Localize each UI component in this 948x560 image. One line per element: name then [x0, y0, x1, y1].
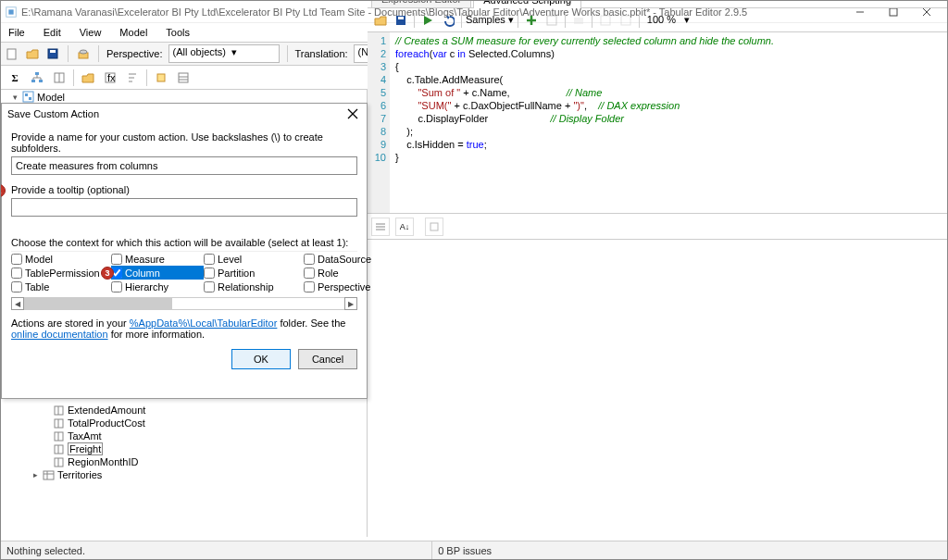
svg-point-10	[80, 50, 87, 54]
online-docs-link[interactable]: online documentation	[11, 329, 108, 340]
status-bar: Nothing selected. 0 BP issues	[1, 541, 947, 559]
tree-model-label[interactable]: Model	[37, 92, 65, 103]
svg-rect-50	[398, 17, 404, 19]
svg-rect-27	[157, 74, 165, 81]
ctx-perspective-checkbox[interactable]	[304, 281, 315, 292]
ok-button[interactable]: OK	[231, 349, 291, 369]
svg-rect-8	[50, 50, 56, 53]
new-icon[interactable]	[5, 46, 19, 61]
svg-rect-56	[621, 16, 630, 25]
svg-rect-28	[179, 73, 188, 82]
save-custom-action-dialog: Save Custom Action Provide a name for yo…	[1, 103, 368, 399]
tree-item[interactable]: RegionMonthID	[68, 456, 138, 467]
svg-rect-54	[574, 18, 583, 24]
tooltip-prompt-label: Provide a tooltip (optional)	[11, 184, 357, 195]
svg-rect-44	[44, 471, 54, 479]
svg-rect-1	[8, 9, 13, 14]
dialog-footer-text: Actions are stored in your %AppData%\Loc…	[11, 310, 357, 340]
ctx-measure-checkbox[interactable]	[111, 254, 122, 265]
menu-view[interactable]: View	[80, 27, 102, 38]
save-icon[interactable]	[45, 46, 60, 61]
editor-tabs: Expression Editor Advanced Scripting 1	[368, 0, 947, 8]
ctx-table-checkbox[interactable]	[11, 281, 22, 292]
tab-advanced-scripting[interactable]: Advanced Scripting	[473, 0, 581, 8]
script-toolbar: Samples ▾ 100 % ▾	[368, 8, 947, 32]
svg-rect-53	[547, 16, 556, 25]
svg-rect-18	[31, 80, 35, 82]
menu-edit[interactable]: Edit	[44, 27, 61, 38]
ctx-datasource-checkbox[interactable]	[304, 254, 315, 265]
perspective-label: Perspective:	[106, 48, 163, 59]
action-name-input[interactable]	[11, 156, 357, 175]
undo-run-icon[interactable]	[439, 11, 457, 30]
code-editor[interactable]: 12345678910 // Creates a SUM measure for…	[368, 32, 947, 214]
icon-c[interactable]	[617, 11, 635, 30]
context-prompt-label: Choose the context for which this action…	[11, 237, 357, 248]
sigma-icon[interactable]: Σ	[5, 68, 25, 88]
svg-rect-33	[29, 97, 31, 100]
dialog-title: Save Custom Action	[7, 108, 344, 119]
run-icon[interactable]	[418, 11, 437, 30]
hierarchy-icon[interactable]	[27, 68, 47, 88]
prop-categorized-icon[interactable]	[371, 218, 390, 236]
ctx-partition-checkbox[interactable]	[204, 268, 215, 279]
table-icon[interactable]	[173, 68, 193, 88]
dialog-close-button[interactable]	[344, 106, 361, 122]
zoom-select[interactable]: 100 % ▾	[647, 14, 690, 26]
sort-icon[interactable]	[122, 68, 143, 88]
svg-rect-31	[23, 92, 33, 102]
prop-pages-icon[interactable]	[425, 218, 443, 236]
samples-dropdown[interactable]: Samples ▾	[466, 14, 514, 26]
tree-item[interactable]: TotalProductCost	[68, 417, 145, 429]
app-icon	[5, 6, 18, 19]
tree-item[interactable]: ExtendedAmount	[68, 404, 145, 416]
save-script-icon[interactable]	[392, 11, 410, 30]
perspective-select[interactable]: (All objects) ▾	[168, 44, 280, 63]
cancel-button[interactable]: Cancel	[298, 349, 357, 369]
folder-icon[interactable]	[78, 68, 98, 88]
tooltip-input[interactable]	[11, 198, 357, 217]
column-icon[interactable]	[49, 68, 69, 88]
tree-item-focused[interactable]: Freight	[68, 442, 103, 455]
menu-file[interactable]: File	[8, 27, 25, 38]
ctx-tablepermission-checkbox[interactable]	[11, 268, 22, 279]
translation-label: Translation:	[295, 48, 348, 59]
context-scrollbar[interactable]: ◀▶	[11, 297, 357, 310]
open-script-icon[interactable]	[371, 11, 390, 30]
callout-badge-3: 3	[101, 267, 114, 280]
status-bp-issues: 0 BP issues	[432, 541, 947, 559]
measure-icon[interactable]: fx	[100, 68, 120, 88]
status-selection: Nothing selected.	[1, 541, 432, 559]
edit-action-icon[interactable]	[543, 11, 561, 30]
ctx-hierarchy-checkbox[interactable]	[111, 281, 122, 292]
line-gutter: 12345678910	[368, 32, 390, 213]
icon-b[interactable]	[596, 11, 615, 30]
menu-tools[interactable]: Tools	[166, 27, 190, 38]
svg-rect-17	[35, 72, 39, 75]
ctx-level-checkbox[interactable]	[204, 254, 215, 265]
connect-icon[interactable]	[76, 46, 91, 61]
ctx-role-checkbox[interactable]	[304, 268, 315, 279]
menu-model[interactable]: Model	[119, 27, 147, 38]
tree-item[interactable]: TaxAmt	[68, 430, 102, 442]
highlight-icon[interactable]	[151, 68, 171, 88]
svg-rect-32	[25, 93, 28, 96]
svg-text:fx: fx	[107, 72, 116, 83]
svg-rect-55	[601, 16, 610, 25]
ctx-relationship-checkbox[interactable]	[204, 281, 215, 292]
tree-pane: ▾ Model ExtendedAmount TotalProductCost …	[1, 90, 368, 537]
open-icon[interactable]	[25, 46, 40, 61]
svg-rect-60	[430, 223, 438, 230]
ctx-model-checkbox[interactable]	[11, 254, 22, 265]
name-prompt-label: Provide a name for your custom action. U…	[11, 131, 357, 154]
appdata-link[interactable]: %AppData%\Local\TabularEditor	[130, 317, 278, 329]
prop-alpha-icon[interactable]: A↓	[395, 218, 414, 236]
add-action-icon[interactable]	[522, 11, 541, 30]
icon-a[interactable]	[569, 11, 588, 30]
tree-item-territories[interactable]: Territories	[57, 469, 102, 480]
svg-rect-6	[7, 49, 16, 59]
tab-expression-editor[interactable]: Expression Editor	[371, 0, 471, 7]
callout-badge-2: 2	[0, 184, 6, 197]
svg-rect-19	[39, 80, 43, 82]
properties-toolbar: A↓	[368, 214, 947, 240]
